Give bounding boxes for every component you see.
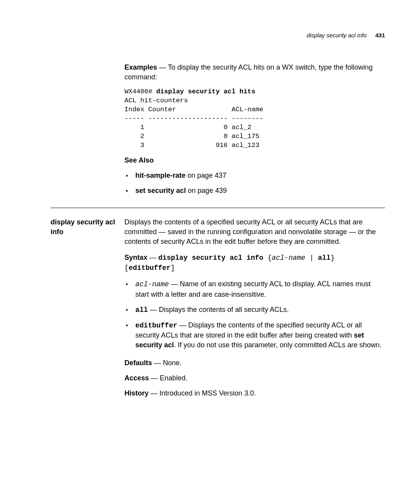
syntax-param: acl-name <box>272 254 305 262</box>
defaults-text: — None. <box>152 359 182 367</box>
syntax-close-brace: } <box>331 254 335 262</box>
syntax-cmd: display security acl info <box>158 254 263 262</box>
param-code: all <box>135 306 148 314</box>
code-output: WX4400# display security acl hits ACL hi… <box>124 88 385 150</box>
param-item: acl-name — Name of an existing security … <box>124 279 385 299</box>
section-label: display security acl info <box>51 217 124 237</box>
syntax-editbuffer-close: ] <box>171 264 175 272</box>
see-also-item-rest: on page 437 <box>186 172 226 179</box>
syntax-all: all <box>318 254 331 262</box>
param-desc: — Displays the contents of all security … <box>148 306 289 313</box>
examples-paragraph: Examples — To display the security ACL h… <box>124 63 385 82</box>
syntax-line: Syntax — display security acl info {acl-… <box>124 253 385 273</box>
header-title: display security acl info <box>307 32 367 38</box>
see-also-item-bold: hit-sample-rate <box>135 172 186 179</box>
syntax-editbuffer-open: [ <box>124 264 129 272</box>
see-also-item-bold: set security acl <box>135 187 186 194</box>
examples-label: Examples <box>124 63 157 71</box>
history-label: History <box>124 389 149 397</box>
param-item: all — Displays the contents of all secur… <box>124 305 385 315</box>
see-also-item: set security acl on page 439 <box>124 186 385 196</box>
see-also-heading: See Also <box>124 156 385 165</box>
defaults-line: Defaults — None. <box>124 358 385 368</box>
see-also-item: hit-sample-rate on page 437 <box>124 171 385 180</box>
section-intro: Displays the contents of a specified sec… <box>124 217 385 247</box>
param-desc-after: . If you do not use this parameter, only… <box>174 341 382 349</box>
syntax-editbuffer: editbuffer <box>129 264 171 272</box>
page-header: display security acl info 431 <box>51 31 385 39</box>
defaults-label: Defaults <box>124 359 152 367</box>
access-text: — Enabled. <box>149 374 187 382</box>
header-page-number: 431 <box>375 32 385 38</box>
access-label: Access <box>124 374 149 382</box>
see-also-item-rest: on page 439 <box>186 187 227 194</box>
syntax-open-brace: { <box>263 254 272 262</box>
code-body: ACL hit-counters Index Counter ACL-name … <box>124 97 263 149</box>
params-list: acl-name — Name of an existing security … <box>124 279 385 350</box>
param-code: acl-name <box>135 280 169 288</box>
code-command: display security acl hits <box>156 88 256 95</box>
examples-text: — To display the security ACL hits on a … <box>124 63 373 81</box>
param-item: editbuffer — Displays the contents of th… <box>124 320 385 350</box>
param-desc: — Name of an existing security ACL to di… <box>135 280 371 298</box>
access-line: Access — Enabled. <box>124 373 385 383</box>
code-prompt: WX4400# <box>124 88 156 95</box>
section-divider <box>51 208 385 208</box>
param-code: editbuffer <box>135 322 177 329</box>
history-line: History — Introduced in MSS Version 3.0. <box>124 388 385 398</box>
syntax-pipe: | <box>305 254 318 262</box>
syntax-prefix: — <box>147 254 158 261</box>
history-text: — Introduced in MSS Version 3.0. <box>149 389 256 397</box>
see-also-list: hit-sample-rate on page 437 set security… <box>124 171 385 196</box>
syntax-label: Syntax <box>124 254 147 261</box>
